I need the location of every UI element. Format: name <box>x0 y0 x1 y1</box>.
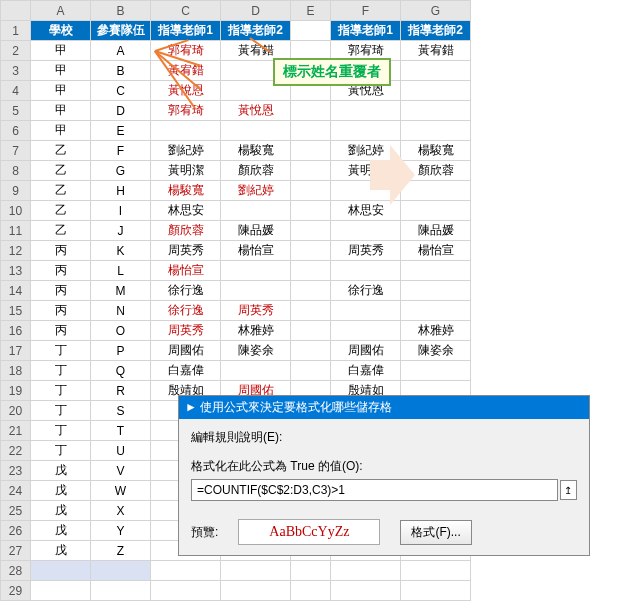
cell[interactable] <box>331 321 401 341</box>
cell[interactable] <box>291 261 331 281</box>
cell[interactable]: 楊怡宣 <box>151 261 221 281</box>
cell[interactable]: 丁 <box>31 401 91 421</box>
column-header[interactable]: E <box>291 1 331 21</box>
cell[interactable] <box>291 201 331 221</box>
cell[interactable]: 陳品媛 <box>401 221 471 241</box>
cell[interactable]: Q <box>91 361 151 381</box>
cell[interactable]: J <box>91 221 151 241</box>
row-header[interactable]: 24 <box>1 481 31 501</box>
cell[interactable]: 丁 <box>31 381 91 401</box>
cell[interactable]: F <box>91 141 151 161</box>
cell[interactable]: 丁 <box>31 421 91 441</box>
cell[interactable]: 甲 <box>31 41 91 61</box>
cell[interactable] <box>151 561 221 581</box>
cell[interactable]: O <box>91 321 151 341</box>
row-header[interactable]: 20 <box>1 401 31 421</box>
row-header[interactable]: 4 <box>1 81 31 101</box>
cell[interactable]: 陳姿余 <box>401 341 471 361</box>
row-header[interactable]: 5 <box>1 101 31 121</box>
cell[interactable]: 乙 <box>31 221 91 241</box>
cell[interactable]: 戊 <box>31 481 91 501</box>
column-header[interactable]: B <box>91 1 151 21</box>
cell[interactable]: 黃悅恩 <box>151 81 221 101</box>
cell[interactable]: M <box>91 281 151 301</box>
cell[interactable]: 戊 <box>31 501 91 521</box>
cell[interactable]: 陳姿余 <box>221 341 291 361</box>
cell[interactable]: 徐行逸 <box>151 301 221 321</box>
cell[interactable] <box>221 581 291 601</box>
row-header[interactable]: 25 <box>1 501 31 521</box>
cell[interactable] <box>31 581 91 601</box>
cell[interactable]: 戊 <box>31 521 91 541</box>
cell[interactable] <box>291 281 331 301</box>
cell[interactable] <box>401 581 471 601</box>
cell[interactable]: 丁 <box>31 441 91 461</box>
cell[interactable]: 陳品媛 <box>221 221 291 241</box>
cell[interactable]: C <box>91 81 151 101</box>
row-header[interactable]: 14 <box>1 281 31 301</box>
cell[interactable]: 丙 <box>31 261 91 281</box>
cell[interactable]: 劉紀婷 <box>221 181 291 201</box>
cell[interactable] <box>291 181 331 201</box>
cell[interactable]: 周英秀 <box>221 301 291 321</box>
cell[interactable] <box>151 581 221 601</box>
row-header[interactable]: 28 <box>1 561 31 581</box>
cell[interactable]: A <box>91 41 151 61</box>
cell[interactable] <box>221 281 291 301</box>
cell[interactable]: N <box>91 301 151 321</box>
cell[interactable]: 黃悅恩 <box>221 101 291 121</box>
cell[interactable]: 丙 <box>31 241 91 261</box>
cell[interactable] <box>401 361 471 381</box>
cell[interactable]: Z <box>91 541 151 561</box>
cell[interactable]: 林雅婷 <box>401 321 471 341</box>
cell[interactable] <box>221 121 291 141</box>
cell[interactable]: 黃宥錯 <box>401 41 471 61</box>
cell[interactable] <box>401 121 471 141</box>
cell[interactable]: 楊怡宣 <box>221 241 291 261</box>
cell[interactable] <box>331 121 401 141</box>
cell[interactable]: 甲 <box>31 101 91 121</box>
row-header[interactable]: 1 <box>1 21 31 41</box>
cell[interactable]: K <box>91 241 151 261</box>
cell[interactable]: I <box>91 201 151 221</box>
cell[interactable]: 指導老師2 <box>221 21 291 41</box>
cell[interactable]: U <box>91 441 151 461</box>
cell[interactable] <box>401 61 471 81</box>
cell[interactable]: Y <box>91 521 151 541</box>
cell[interactable]: 戊 <box>31 461 91 481</box>
cell[interactable]: 丙 <box>31 301 91 321</box>
cell[interactable]: 林雅婷 <box>221 321 291 341</box>
row-header[interactable]: 21 <box>1 421 31 441</box>
cell[interactable]: 丙 <box>31 281 91 301</box>
cell[interactable]: 乙 <box>31 161 91 181</box>
cell[interactable]: 顏欣蓉 <box>151 221 221 241</box>
cell[interactable]: 甲 <box>31 61 91 81</box>
cell[interactable] <box>291 161 331 181</box>
cell[interactable] <box>291 321 331 341</box>
cell[interactable]: L <box>91 261 151 281</box>
cell[interactable] <box>91 561 151 581</box>
cell[interactable] <box>291 361 331 381</box>
cell[interactable] <box>221 261 291 281</box>
cell[interactable] <box>331 581 401 601</box>
cell[interactable]: H <box>91 181 151 201</box>
row-header[interactable]: 7 <box>1 141 31 161</box>
cell[interactable]: 周國佑 <box>331 341 401 361</box>
row-header[interactable]: 6 <box>1 121 31 141</box>
cell[interactable] <box>291 221 331 241</box>
row-header[interactable]: 11 <box>1 221 31 241</box>
cell[interactable]: 林思安 <box>151 201 221 221</box>
row-header[interactable]: 12 <box>1 241 31 261</box>
cell[interactable]: 指導老師1 <box>331 21 401 41</box>
cell[interactable]: 顏欣蓉 <box>221 161 291 181</box>
column-header[interactable]: A <box>31 1 91 21</box>
cell[interactable] <box>291 581 331 601</box>
cell[interactable] <box>291 301 331 321</box>
cell[interactable] <box>401 101 471 121</box>
cell[interactable]: 楊駿寬 <box>151 181 221 201</box>
cell[interactable]: B <box>91 61 151 81</box>
cell[interactable]: 劉紀婷 <box>151 141 221 161</box>
column-header[interactable]: G <box>401 1 471 21</box>
cell[interactable]: 指導老師1 <box>151 21 221 41</box>
cell[interactable] <box>221 201 291 221</box>
